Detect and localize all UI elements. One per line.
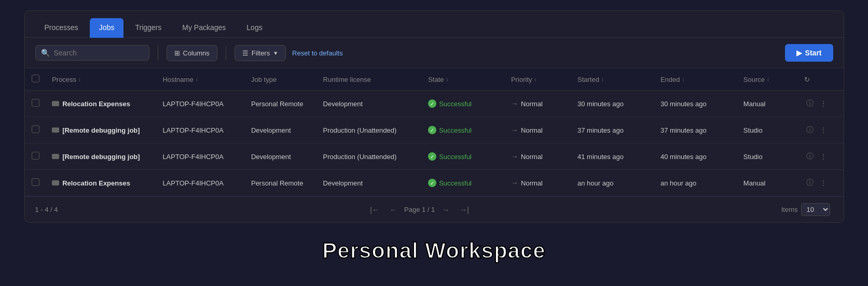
refresh-icon[interactable]: ↻ xyxy=(804,76,810,83)
tab-triggers[interactable]: Triggers xyxy=(126,18,171,38)
col-started-label: Started xyxy=(577,76,599,83)
col-header-priority[interactable]: Priority ↕ xyxy=(506,68,572,91)
row-source-0: Manual xyxy=(738,91,799,117)
status-success-icon-1: ✓ xyxy=(428,126,436,134)
next-page-button[interactable]: → xyxy=(439,204,452,216)
row-info-button-2[interactable]: ⓘ xyxy=(804,150,816,163)
col-header-jobtype[interactable]: Job type xyxy=(246,68,318,91)
row-checkbox-1[interactable] xyxy=(32,125,39,133)
row-more-button-0[interactable]: ⋮ xyxy=(818,97,829,110)
row-started-0: 30 minutes ago xyxy=(572,91,655,117)
first-page-button[interactable]: |← xyxy=(367,204,382,216)
row-state-0: ✓ Successful xyxy=(423,91,506,117)
row-info-button-3[interactable]: ⓘ xyxy=(804,176,816,190)
col-header-runtime[interactable]: Runtime license xyxy=(318,68,423,91)
tabs-bar: Processes Jobs Triggers My Packages Logs xyxy=(25,11,844,38)
row-state-2: ✓ Successful xyxy=(423,144,506,170)
prev-page-button[interactable]: ← xyxy=(387,204,400,216)
col-process-label: Process xyxy=(52,76,76,83)
row-actions-3: ⓘ ⋮ xyxy=(799,170,843,196)
page-nav: |← ← Page 1 / 1 → →| xyxy=(367,204,472,216)
items-label: Items xyxy=(781,206,798,213)
row-info-button-1[interactable]: ⓘ xyxy=(804,123,816,137)
table-body: Relocation Expenses LAPTOP-F4IHCP0A Pers… xyxy=(25,91,844,196)
row-more-button-3[interactable]: ⋮ xyxy=(818,177,829,189)
table-row: [Remote debugging job] LAPTOP-F4IHCP0A D… xyxy=(25,117,844,144)
col-header-source[interactable]: Source ↕ xyxy=(738,68,799,91)
row-more-button-1[interactable]: ⋮ xyxy=(818,124,829,136)
col-header-started[interactable]: Started ↕ xyxy=(572,68,655,91)
tab-processes[interactable]: Processes xyxy=(35,18,88,38)
col-ended-label: Ended xyxy=(660,76,680,83)
row-process-2: [Remote debugging job] xyxy=(47,144,157,170)
table-row: Relocation Expenses LAPTOP-F4IHCP0A Pers… xyxy=(25,170,844,196)
row-checkbox-0[interactable] xyxy=(32,99,39,107)
table-header-row: Process ↕ Hostname ↕ Job type xyxy=(25,68,844,91)
col-source-label: Source xyxy=(743,76,765,83)
row-priority-0: → Normal xyxy=(506,91,572,117)
items-count-select[interactable]: 10 25 50 100 xyxy=(801,203,830,216)
process-type-icon-0 xyxy=(52,101,59,106)
row-info-button-0[interactable]: ⓘ xyxy=(804,97,816,110)
search-input[interactable] xyxy=(54,49,144,57)
row-actions-1: ⓘ ⋮ xyxy=(799,117,843,144)
col-state-label: State xyxy=(428,76,444,83)
status-success-icon-3: ✓ xyxy=(428,179,436,187)
table-row: Relocation Expenses LAPTOP-F4IHCP0A Pers… xyxy=(25,91,844,117)
row-jobtype-3: Personal Remote xyxy=(246,170,318,196)
row-more-button-2[interactable]: ⋮ xyxy=(818,150,829,163)
tab-my-packages[interactable]: My Packages xyxy=(173,18,235,38)
row-checkbox-2[interactable] xyxy=(32,152,39,160)
items-per-page: Items 10 25 50 100 xyxy=(781,203,833,216)
filters-chevron-icon: ▼ xyxy=(273,50,278,56)
toolbar-divider-2 xyxy=(226,46,226,60)
last-page-button[interactable]: →| xyxy=(457,204,472,216)
priority-arrow-icon-3: → xyxy=(511,179,518,187)
row-checkbox-3[interactable] xyxy=(32,178,39,186)
row-runtime-1: Production (Unattended) xyxy=(318,117,423,144)
col-header-ended[interactable]: Ended ↕ xyxy=(655,68,738,91)
row-checkbox-cell xyxy=(25,170,47,196)
row-state-1: ✓ Successful xyxy=(423,117,506,144)
row-priority-text-2: Normal xyxy=(521,153,543,161)
row-priority-text-3: Normal xyxy=(521,179,543,187)
row-started-3: an hour ago xyxy=(572,170,655,196)
col-header-hostname[interactable]: Hostname ↕ xyxy=(157,68,246,91)
row-process-name-0: Relocation Expenses xyxy=(62,100,130,108)
page-range: 1 - 4 / 4 xyxy=(35,206,58,213)
tab-jobs[interactable]: Jobs xyxy=(90,18,124,38)
row-runtime-2: Production (Unattended) xyxy=(318,144,423,170)
tab-logs[interactable]: Logs xyxy=(237,18,271,38)
select-all-checkbox[interactable] xyxy=(32,75,39,82)
col-header-process[interactable]: Process ↕ xyxy=(47,68,157,91)
col-hostname-sort-icon: ↕ xyxy=(196,77,198,82)
columns-button[interactable]: ⊞ Columns xyxy=(167,45,217,61)
row-process-0: Relocation Expenses xyxy=(47,91,157,117)
priority-arrow-icon-2: → xyxy=(511,152,518,161)
row-started-1: 37 minutes ago xyxy=(572,117,655,144)
row-state-text-2: Successful xyxy=(439,153,472,161)
page-info: Page 1 / 1 xyxy=(404,206,435,213)
row-ended-3: an hour ago xyxy=(655,170,738,196)
jobs-table: Process ↕ Hostname ↕ Job type xyxy=(25,68,844,196)
col-hostname-label: Hostname xyxy=(162,76,193,83)
select-all-header[interactable] xyxy=(25,68,47,91)
filters-button[interactable]: ☰ Filters ▼ xyxy=(235,45,286,61)
reset-defaults-button[interactable]: Reset to defaults xyxy=(292,49,343,57)
workspace-label: Personal Workspace xyxy=(322,238,545,263)
row-priority-2: → Normal xyxy=(506,144,572,170)
row-checkbox-cell xyxy=(25,144,47,170)
process-type-icon-3 xyxy=(52,180,59,185)
columns-label: Columns xyxy=(183,49,210,57)
col-header-state[interactable]: State ↕ xyxy=(423,68,506,91)
table-row: [Remote debugging job] LAPTOP-F4IHCP0A D… xyxy=(25,144,844,170)
start-button[interactable]: ▶ Start xyxy=(785,44,833,62)
status-success-icon-2: ✓ xyxy=(428,152,436,161)
col-header-actions: ↻ xyxy=(799,68,843,91)
row-priority-text-0: Normal xyxy=(521,100,543,108)
row-state-text-0: Successful xyxy=(439,100,472,108)
row-source-1: Studio xyxy=(738,117,799,144)
row-runtime-0: Development xyxy=(318,91,423,117)
col-process-sort-icon: ↕ xyxy=(78,77,81,82)
row-process-3: Relocation Expenses xyxy=(47,170,157,196)
